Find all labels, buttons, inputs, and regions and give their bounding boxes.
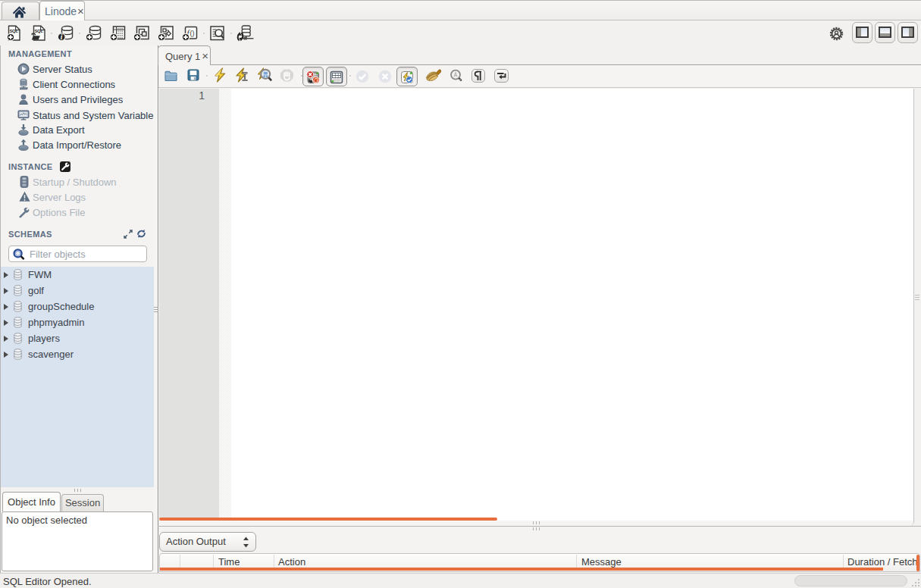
svg-text:SQL: SQL: [34, 29, 43, 33]
svg-text:(): (): [190, 30, 194, 37]
svg-text:i: i: [61, 33, 63, 41]
svg-text:SQL: SQL: [9, 29, 18, 33]
